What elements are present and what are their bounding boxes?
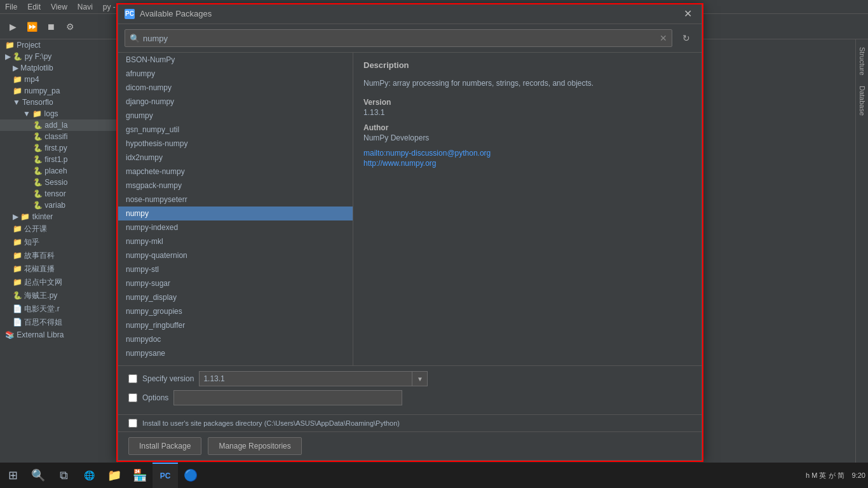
package-list-container: BSON-NumPy afnumpy dicom-numpy django-nu… bbox=[118, 53, 353, 365]
tree-item-qidian[interactable]: 📁 起点中文网 bbox=[0, 276, 117, 289]
version-label: Version bbox=[363, 98, 691, 107]
dialog-options: Specify version ▼ Options bbox=[118, 365, 702, 414]
tree-item-dianyingtiantang[interactable]: 📄 电影天堂.r bbox=[0, 302, 117, 316]
options-extra-row: Options bbox=[128, 390, 691, 405]
tree-item-sessio[interactable]: 🐍 Sessio bbox=[0, 177, 117, 188]
package-item-numpy-groupies[interactable]: numpy_groupies bbox=[118, 304, 353, 318]
toolbar-stop-btn[interactable]: ⏹ bbox=[43, 19, 58, 34]
numpy-email-link[interactable]: mailto:numpy-discussion@python.org bbox=[363, 149, 691, 158]
right-tab-structure[interactable]: Structure bbox=[857, 42, 867, 81]
author-value: NumPy Developers bbox=[363, 133, 691, 142]
tree-item-gonkaike[interactable]: 📁 公开课 bbox=[0, 222, 117, 236]
package-item-numpyson[interactable]: numpyson bbox=[118, 360, 353, 365]
package-item-numpy-stl[interactable]: numpy-stl bbox=[118, 262, 353, 276]
package-item-numpy-sugar[interactable]: numpy-sugar bbox=[118, 276, 353, 290]
tree-item-numpy-pa[interactable]: 📁 numpy_pa bbox=[0, 85, 117, 97]
search-wrapper: 🔍 ✕ bbox=[125, 29, 672, 47]
dialog-titlebar: PC Available Packages ✕ bbox=[118, 4, 702, 24]
taskbar-edge[interactable]: 🌐 bbox=[76, 463, 102, 488]
package-item-dicom-numpy[interactable]: dicom-numpy bbox=[118, 81, 353, 95]
package-item-numpydoc[interactable]: numpydoc bbox=[118, 332, 353, 346]
ide-menu-nav[interactable]: Navi bbox=[78, 3, 93, 11]
package-item-afnumpy[interactable]: afnumpy bbox=[118, 67, 353, 81]
toolbar-run-btn[interactable]: ▶ bbox=[5, 19, 20, 34]
version-dropdown-button[interactable]: ▼ bbox=[412, 371, 428, 386]
package-item-hypothesis-numpy[interactable]: hypothesis-numpy bbox=[118, 137, 353, 151]
tree-item-classifi[interactable]: 🐍 classifi bbox=[0, 131, 117, 142]
right-tab-database[interactable]: Database bbox=[857, 81, 867, 121]
tree-item-placeh[interactable]: 🐍 placeh bbox=[0, 165, 117, 177]
specify-version-checkbox[interactable] bbox=[128, 374, 137, 383]
ide-menu-view[interactable]: View bbox=[51, 3, 67, 11]
tree-item-tensorflo[interactable]: ▼ Tensorflo bbox=[0, 97, 117, 108]
options-text-input[interactable] bbox=[173, 390, 402, 405]
specify-version-row: Specify version ▼ bbox=[128, 371, 691, 386]
tree-item-gushi[interactable]: 📁 故事百科 bbox=[0, 249, 117, 262]
ide-right-tabs: Structure Database bbox=[855, 39, 868, 469]
search-icon: 🔍 bbox=[130, 34, 140, 43]
package-item-numpy-indexed[interactable]: numpy-indexed bbox=[118, 220, 353, 234]
tree-item-zhihu[interactable]: 📁 知乎 bbox=[0, 236, 117, 249]
project-header[interactable]: 📁 Project bbox=[0, 39, 117, 51]
taskbar-pycharm[interactable]: PC bbox=[153, 463, 178, 488]
package-item-numpy-mkl[interactable]: numpy-mkl bbox=[118, 234, 353, 248]
package-item-bson-numpy[interactable]: BSON-NumPy bbox=[118, 53, 353, 67]
taskbar-browser2[interactable]: 🔵 bbox=[178, 463, 203, 488]
tree-item-first[interactable]: 🐍 first.py bbox=[0, 142, 117, 154]
package-item-numpy-ringbuffer[interactable]: numpy_ringbuffer bbox=[118, 318, 353, 332]
package-item-gsn-numpy[interactable]: gsn_numpy_util bbox=[118, 123, 353, 137]
search-input[interactable] bbox=[125, 29, 672, 47]
options-label: Options bbox=[142, 393, 168, 402]
dialog-footer: Install Package Manage Repositories bbox=[118, 431, 702, 460]
tree-item-first1[interactable]: 🐍 first1.p bbox=[0, 154, 117, 165]
tree-item-variab[interactable]: 🐍 variab bbox=[0, 200, 117, 211]
tree-item-matplotlib[interactable]: ▶ Matplotlib bbox=[0, 62, 117, 74]
dialog-icon: PC bbox=[125, 9, 135, 19]
package-item-numpy[interactable]: numpy bbox=[118, 207, 353, 220]
package-item-msgpack-numpy[interactable]: msgpack-numpy bbox=[118, 179, 353, 193]
dialog-title-text: Available Packages bbox=[140, 9, 680, 18]
package-item-idx2numpy[interactable]: idx2numpy bbox=[118, 151, 353, 165]
tree-item-huajiao[interactable]: 📁 花椒直播 bbox=[0, 262, 117, 276]
ide-menu-file[interactable]: File bbox=[5, 3, 17, 11]
taskbar-task-view[interactable]: ⧉ bbox=[51, 463, 76, 488]
tree-item-mp4[interactable]: 📁 mp4 bbox=[0, 74, 117, 85]
package-item-django-numpy[interactable]: django-numpy bbox=[118, 95, 353, 109]
tree-item-tensor[interactable]: 🐍 tensor bbox=[0, 188, 117, 200]
package-item-gnumpy[interactable]: gnumpy bbox=[118, 109, 353, 123]
search-clear-icon[interactable]: ✕ bbox=[660, 33, 667, 43]
tree-item-tkinter[interactable]: ▶ 📁 tkinter bbox=[0, 211, 117, 222]
install-path-checkbox[interactable] bbox=[128, 419, 137, 428]
tree-item-external[interactable]: 📚 External Libra bbox=[0, 329, 117, 341]
dialog-close-button[interactable]: ✕ bbox=[680, 6, 695, 22]
package-item-mapchete-numpy[interactable]: mapchete-numpy bbox=[118, 165, 353, 179]
tree-item-add-la[interactable]: 🐍 add_la bbox=[0, 119, 117, 131]
taskbar: ⊞ 🔍 ⧉ 🌐 📁 🏪 PC 🔵 h M 英 が 简 9:20 bbox=[0, 463, 868, 488]
options-checkbox[interactable] bbox=[128, 393, 137, 402]
numpy-website-link[interactable]: http://www.numpy.org bbox=[363, 159, 691, 168]
install-path-row: Install to user's site packages director… bbox=[118, 414, 702, 431]
taskbar-store[interactable]: 🏪 bbox=[127, 463, 153, 488]
tree-item-haizei[interactable]: 🐍 海贼王.py bbox=[0, 289, 117, 302]
toolbar-settings-btn[interactable]: ⚙ bbox=[62, 19, 78, 34]
install-package-button[interactable]: Install Package bbox=[128, 437, 201, 455]
description-title: Description bbox=[363, 60, 691, 70]
toolbar-debug-btn[interactable]: ⏩ bbox=[24, 19, 39, 34]
package-item-numpy-quaternion[interactable]: numpy-quaternion bbox=[118, 248, 353, 262]
author-label: Author bbox=[363, 123, 691, 132]
tree-item-py[interactable]: ▶ 🐍 py F:\py bbox=[0, 51, 117, 62]
tree-item-baisibude[interactable]: 📄 百思不得姐 bbox=[0, 316, 117, 329]
version-input-field[interactable] bbox=[199, 371, 412, 386]
package-item-numpysane[interactable]: numpysane bbox=[118, 346, 353, 360]
tree-item-logs[interactable]: ▼ 📁 logs bbox=[0, 108, 117, 119]
specify-version-label: Specify version bbox=[142, 374, 194, 383]
manage-repositories-button[interactable]: Manage Repositories bbox=[208, 437, 301, 455]
package-item-numpy-display[interactable]: numpy_display bbox=[118, 290, 353, 304]
taskbar-search[interactable]: 🔍 bbox=[25, 463, 51, 488]
search-row: 🔍 ✕ ↻ bbox=[118, 24, 702, 53]
taskbar-explorer[interactable]: 📁 bbox=[102, 463, 127, 488]
package-item-nose-numpyseterr[interactable]: nose-numpyseterr bbox=[118, 193, 353, 207]
ide-menu-edit[interactable]: Edit bbox=[27, 3, 41, 11]
taskbar-start[interactable]: ⊞ bbox=[0, 463, 25, 488]
refresh-button[interactable]: ↻ bbox=[677, 29, 695, 47]
